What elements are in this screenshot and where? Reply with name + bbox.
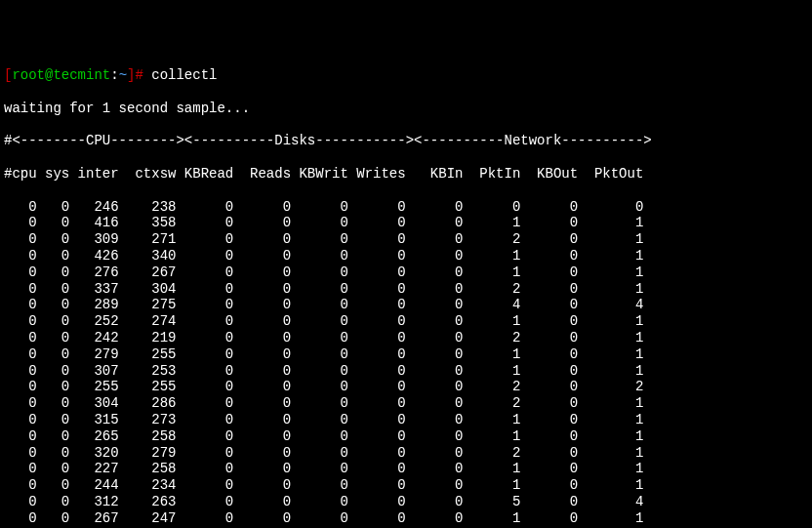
- data-row: 0 0 309 271 0 0 0 0 0 2 0 1: [4, 231, 808, 248]
- data-row: 0 0 416 358 0 0 0 0 0 1 0 1: [4, 215, 808, 231]
- data-row: 0 0 255 255 0 0 0 0 0 2 0 2: [4, 379, 808, 395]
- data-row: 0 0 426 340 0 0 0 0 0 1 0 1: [4, 248, 808, 264]
- data-row: 0 0 320 279 0 0 0 0 0 2 0 1: [4, 445, 808, 462]
- colon: :: [110, 67, 118, 83]
- data-row: 0 0 242 219 0 0 0 0 0 2 0 1: [4, 330, 808, 346]
- data-row: 0 0 252 274 0 0 0 0 0 1 0 1: [4, 313, 808, 330]
- data-row: 0 0 246 238 0 0 0 0 0 0 0 0: [4, 199, 808, 216]
- data-rows-block-1: 0 0 246 238 0 0 0 0 0 0 0 0 0 0 416 358 …: [4, 199, 808, 528]
- section-header: #<--------CPU--------><----------Disks--…: [4, 133, 808, 149]
- data-row: 0 0 307 253 0 0 0 0 0 1 0 1: [4, 363, 808, 380]
- data-row: 0 0 289 275 0 0 0 0 0 4 0 4: [4, 297, 808, 313]
- data-row: 0 0 304 286 0 0 0 0 0 2 0 1: [4, 395, 808, 412]
- hash: #: [135, 67, 142, 83]
- shell-prompt: [root@tecmint:~]# collectl: [4, 67, 808, 84]
- data-row: 0 0 227 258 0 0 0 0 0 1 0 1: [4, 461, 808, 477]
- columns-header: #cpu sys inter ctxsw KBRead Reads KBWrit…: [4, 166, 808, 183]
- command-text[interactable]: collectl: [143, 67, 218, 83]
- data-row: 0 0 337 304 0 0 0 0 0 2 0 1: [4, 281, 808, 298]
- path: ~: [119, 67, 127, 83]
- data-row: 0 0 267 247 0 0 0 0 0 1 0 1: [4, 510, 808, 527]
- data-row: 0 0 279 255 0 0 0 0 0 1 0 1: [4, 346, 808, 363]
- user-host: root@tecmint: [12, 67, 110, 83]
- data-row: 0 0 276 267 0 0 0 0 0 1 0 1: [4, 264, 808, 281]
- waiting-text: waiting for 1 second sample...: [4, 101, 808, 117]
- data-row: 0 0 312 263 0 0 0 0 0 5 0 4: [4, 494, 808, 510]
- data-row: 0 0 315 273 0 0 0 0 0 1 0 1: [4, 412, 808, 428]
- data-row: 0 0 265 258 0 0 0 0 0 1 0 1: [4, 428, 808, 445]
- data-row: 0 0 244 234 0 0 0 0 0 1 0 1: [4, 477, 808, 494]
